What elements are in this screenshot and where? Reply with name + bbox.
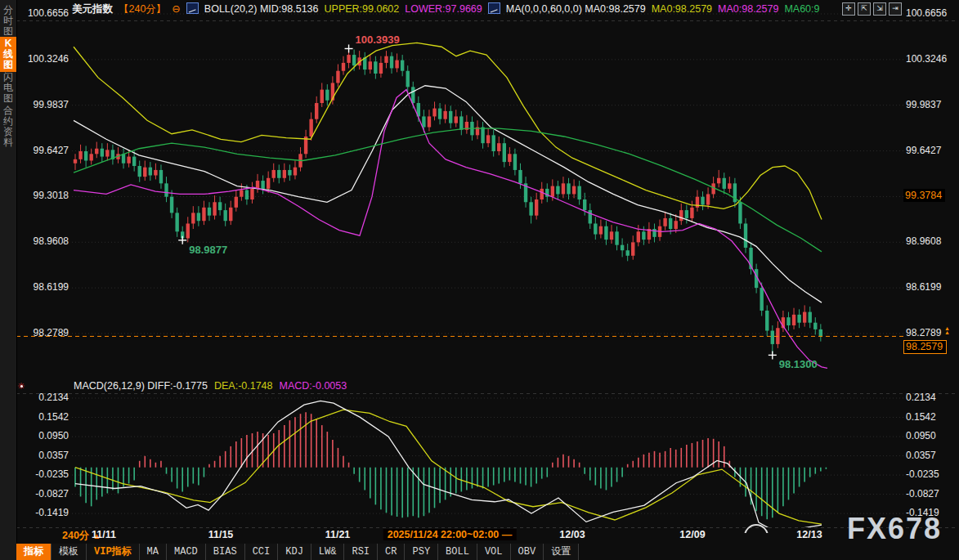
toolbar-button-模板[interactable]: 模板 — [52, 544, 87, 560]
price-axis-label: 99.3018 — [18, 190, 69, 201]
toolbar-button-VOL[interactable]: VOL — [477, 544, 511, 560]
toolbar-button-MACD[interactable]: MACD — [167, 544, 206, 560]
macd-header: MACD(26,12,9) DIFF:-0.1775DEA:-0.1748MAC… — [74, 380, 353, 392]
period-badge: 【240分】 — [119, 3, 166, 15]
toolbar-button-CCI[interactable]: CCI — [245, 544, 279, 560]
price-axis-label: 100.3246 — [18, 53, 69, 65]
boll-mid-readout: BOLL(20,2) MID:98.5136 — [204, 3, 319, 15]
window-buttons: ✛⇱⇲⇥ — [840, 2, 902, 17]
toolbar-button-LW&[interactable]: LW& — [311, 544, 345, 560]
price-axis-label: 99.6427 — [906, 145, 957, 156]
time-axis-row: 240分▲ 11/1111/1511/212025/11/24 22:00~02… — [0, 528, 959, 543]
price-axis-label: 98.6199 — [18, 281, 69, 293]
candles — [74, 50, 822, 354]
price-axis-label: 100.6656 — [906, 7, 957, 19]
macd-axis-label: -0.0235 — [906, 468, 957, 480]
macd-axis-label: -0.0827 — [906, 488, 957, 500]
chart-icon — [488, 2, 500, 14]
price-axis-label: 100.6656 — [18, 7, 69, 19]
chart-header: 美元指数【240分】⊖BOLL(20,2) MID:98.5136UPPER:9… — [72, 2, 826, 17]
toolbar-button-KDJ[interactable]: KDJ — [278, 544, 311, 560]
price-axis-label: 99.6427 — [18, 145, 69, 156]
toolbar-button-CR[interactable]: CR — [378, 544, 405, 560]
ma-readout-1: MA(0,0,0,60,0,0) MA0:98.2579 — [506, 3, 646, 15]
collapse-icon: ⊖ — [172, 3, 180, 15]
sidebar-item-0[interactable]: 分时图 — [0, 3, 16, 38]
macd-axis-label: 0.2134 — [18, 392, 69, 403]
dea-line — [75, 410, 822, 524]
toolbar-button-OBV[interactable]: OBV — [511, 544, 544, 560]
toolbar-button-设置[interactable]: 设置 — [544, 544, 579, 560]
price-axis-label: 99.9837 — [18, 99, 69, 110]
date-tick-label: 11/15 — [208, 529, 234, 540]
price-axis-label: 99.9837 — [906, 99, 957, 110]
macd-axis-label: 0.1542 — [18, 411, 69, 423]
date-tick-label: 12/03 — [559, 529, 585, 540]
toolbar-button-VIP指标[interactable]: VIP指标 — [87, 544, 140, 560]
selected-time-range-label: 2025/11/24 22:00~02:00 — — [383, 529, 517, 540]
scale-left-button[interactable]: ⇱ — [858, 2, 871, 16]
extreme-price-annotation: 98.1300 — [779, 358, 818, 370]
macd-axis-label: 0.0950 — [906, 430, 957, 441]
watermark: FX678 — [847, 512, 942, 546]
symbol-title: 美元指数 — [72, 3, 113, 15]
ma60-line — [74, 128, 822, 252]
macd-dea-readout: DEA:-0.1748 — [214, 380, 273, 392]
sidebar-item-3[interactable]: 合约资料 — [0, 104, 16, 150]
diff-line — [75, 401, 822, 531]
logo-arc — [742, 524, 770, 533]
macd-axis-label: -0.0235 — [18, 468, 69, 480]
ma-readout-2: MA0:98.2579 — [652, 3, 712, 15]
chart-app: 分时图K线图闪电图合约资料 美元指数【240分】⊖BOLL(20,2) MID:… — [0, 0, 959, 560]
current-price-tag: 98.2579 — [903, 340, 947, 354]
ma60-readout: MA60:9 — [784, 3, 819, 15]
shift-right-button[interactable]: ⇥ — [889, 2, 902, 16]
extreme-price-annotation: 100.3939 — [356, 34, 400, 46]
price-axis-label: 98.9608 — [18, 235, 69, 247]
toolbar-button-RSI[interactable]: RSI — [344, 544, 378, 560]
prev-close-price-tag: 99.3784 — [903, 189, 945, 202]
chart-icon — [186, 2, 199, 14]
price-axis-label: 98.9608 — [906, 235, 957, 247]
toolbar-button-MA[interactable]: MA — [140, 544, 167, 560]
macd-axis-label: 0.0357 — [18, 450, 69, 461]
date-tick-label: 12/13 — [796, 529, 822, 540]
boll-lower-readout: LOWER:97.9669 — [405, 3, 482, 15]
sidebar-item-2[interactable]: 闪电图 — [0, 70, 16, 105]
ma-readout-3: MA0:98.2579 — [718, 3, 778, 15]
price-axis-label: 98.6199 — [906, 281, 957, 293]
price-axis-label: 100.3246 — [906, 53, 957, 65]
chart-canvas[interactable]: 100.393998.987798.1300 — [0, 0, 959, 560]
macd-axis-label: 0.0357 — [906, 450, 957, 461]
bottom-toolbar: 指标模板VIP指标MAMACDBIASCCIKDJLW&RSICRPSYBOLL… — [16, 544, 579, 560]
macd-axis-label: -0.0827 — [18, 488, 69, 500]
toolbar-button-BOLL[interactable]: BOLL — [438, 544, 477, 560]
price-axis-label: 98.2789 — [18, 327, 69, 338]
scale-right-button[interactable]: ⇲ — [873, 2, 886, 16]
boll-upper-readout: UPPER:99.0602 — [325, 3, 400, 15]
extreme-price-annotation: 98.9877 — [189, 244, 227, 256]
pan-tool-button[interactable]: ✛ — [842, 2, 855, 16]
toolbar-button-BIAS[interactable]: BIAS — [206, 544, 245, 560]
toolbar-button-指标[interactable]: 指标 — [16, 544, 52, 560]
date-tick-label: 12/09 — [679, 529, 705, 540]
macd-axis-label: -0.1419 — [18, 507, 69, 518]
toolbar-button-PSY[interactable]: PSY — [405, 544, 438, 560]
macd-histogram — [75, 412, 826, 519]
macd-axis-label: 0.1542 — [906, 411, 957, 423]
left-sidebar: 分时图K线图闪电图合约资料 — [0, 0, 17, 560]
price-up-arrows-icon: ▲▲ — [944, 326, 950, 334]
sidebar-item-1[interactable]: K线图 — [0, 37, 16, 72]
date-tick-label: 11/11 — [92, 529, 116, 540]
macd-axis-label: 0.2134 — [906, 392, 957, 403]
macd-axis-label: 0.0950 — [18, 430, 69, 441]
date-tick-label: 11/21 — [325, 529, 351, 540]
macd-hist-readout: MACD:-0.0053 — [280, 380, 347, 392]
alert-sun-icon[interactable]: ✳ — [17, 381, 25, 392]
macd-diff-readout: MACD(26,12,9) DIFF:-0.1775 — [74, 380, 208, 392]
